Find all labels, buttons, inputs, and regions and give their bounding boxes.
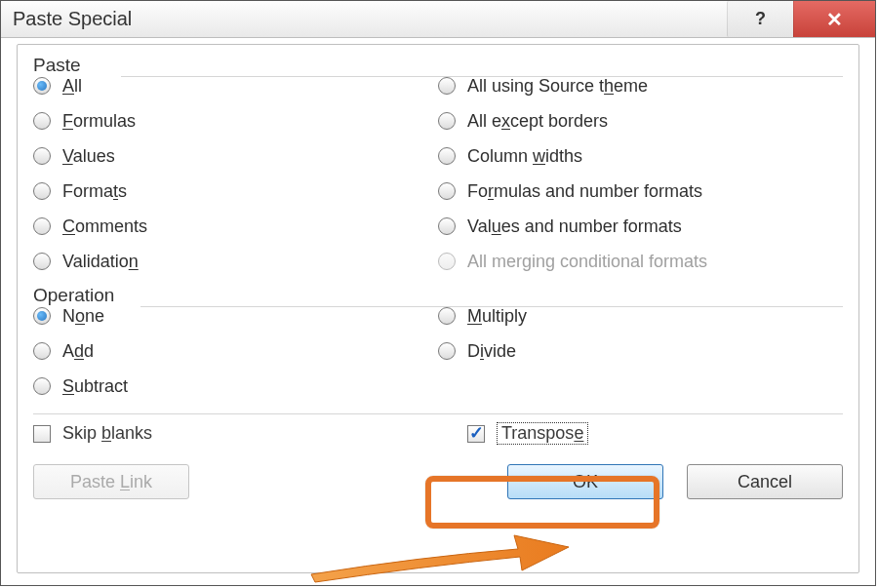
radio-dot-formulas_num_formats[interactable] [438, 182, 456, 200]
radio-label-comments[interactable]: Comments [62, 216, 147, 237]
radio-label-multiply[interactable]: Multiply [467, 306, 527, 327]
radio-dot-all_except_borders[interactable] [438, 112, 456, 130]
radio-label-add[interactable]: Add [62, 341, 94, 362]
radio-divide[interactable]: Divide [438, 333, 843, 369]
radio-dot-all_merging_cond [438, 253, 456, 270]
radio-formulas_num_formats[interactable]: Formulas and number formats [438, 174, 843, 209]
radio-label-formulas_num_formats[interactable]: Formulas and number formats [467, 181, 702, 202]
radio-dot-all_src_theme[interactable] [438, 77, 456, 95]
help-button[interactable]: ? [727, 1, 793, 37]
radio-dot-values_num_formats[interactable] [438, 217, 456, 235]
radio-validation[interactable]: Validation [33, 244, 438, 279]
radio-label-values[interactable]: Values [62, 146, 115, 167]
checkbox-transpose[interactable] [467, 425, 485, 443]
window-controls: ? ✕ [727, 1, 875, 37]
radio-dot-none[interactable] [33, 307, 51, 325]
radio-all_src_theme[interactable]: All using Source theme [438, 68, 843, 103]
radio-label-formats[interactable]: Formats [62, 181, 127, 202]
radio-all[interactable]: All [33, 68, 438, 103]
radio-values_num_formats[interactable]: Values and number formats [438, 209, 843, 244]
radio-dot-all[interactable] [33, 77, 51, 95]
dialog-window: Paste Special ? ✕ Paste AllFormulasValue… [0, 0, 876, 586]
radio-label-all_merging_cond: All merging conditional formats [467, 252, 707, 272]
radio-comments[interactable]: Comments [33, 209, 438, 244]
paste-link-button: Paste Link [33, 464, 189, 499]
radio-all_except_borders[interactable]: All except borders [438, 103, 843, 138]
radio-dot-divide[interactable] [438, 342, 456, 360]
dialog-content: Paste AllFormulasValuesFormatsCommentsVa… [17, 44, 859, 573]
radio-label-divide[interactable]: Divide [467, 341, 516, 362]
radio-label-none[interactable]: None [62, 306, 104, 327]
buttons-row: Paste Link OK Cancel [33, 464, 843, 499]
cancel-button[interactable]: Cancel [687, 464, 843, 499]
label-skip-blanks[interactable]: Skip blanks [62, 423, 152, 444]
close-button[interactable]: ✕ [793, 1, 875, 37]
radio-column_widths[interactable]: Column widths [438, 138, 843, 174]
radio-values[interactable]: Values [33, 138, 438, 174]
radio-none[interactable]: None [33, 298, 438, 333]
radio-dot-formulas[interactable] [33, 112, 51, 130]
radio-label-formulas[interactable]: Formulas [62, 111, 136, 132]
divider [33, 413, 843, 414]
radio-multiply[interactable]: Multiply [438, 298, 843, 333]
radio-dot-values[interactable] [33, 147, 51, 165]
label-transpose[interactable]: Transpose [497, 422, 588, 445]
checkbox-skip-blanks[interactable] [33, 425, 51, 443]
operation-options: NoneAddSubtract MultiplyDivide [33, 298, 843, 404]
radio-formats[interactable]: Formats [33, 174, 438, 209]
radio-dot-validation[interactable] [33, 253, 51, 270]
radio-dot-column_widths[interactable] [438, 147, 456, 165]
titlebar: Paste Special ? ✕ [1, 1, 875, 38]
paste-options: AllFormulasValuesFormatsCommentsValidati… [33, 68, 843, 279]
radio-label-subtract[interactable]: Subtract [62, 376, 128, 397]
radio-label-all_except_borders[interactable]: All except borders [467, 111, 608, 132]
radio-dot-multiply[interactable] [438, 307, 456, 325]
radio-dot-comments[interactable] [33, 217, 51, 235]
radio-formulas[interactable]: Formulas [33, 103, 438, 138]
radio-dot-formats[interactable] [33, 182, 51, 200]
ok-button[interactable]: OK [507, 464, 663, 499]
radio-all_merging_cond: All merging conditional formats [438, 244, 843, 279]
radio-label-all_src_theme[interactable]: All using Source theme [467, 76, 648, 97]
radio-label-validation[interactable]: Validation [62, 252, 139, 272]
radio-label-values_num_formats[interactable]: Values and number formats [467, 216, 682, 237]
radio-dot-add[interactable] [33, 342, 51, 360]
bottom-row: Skip blanks Transpose [33, 422, 843, 445]
radio-add[interactable]: Add [33, 333, 438, 369]
radio-label-all[interactable]: All [62, 76, 82, 97]
radio-subtract[interactable]: Subtract [33, 369, 438, 404]
radio-label-column_widths[interactable]: Column widths [467, 146, 582, 167]
dialog-title: Paste Special [1, 8, 132, 30]
radio-dot-subtract[interactable] [33, 377, 51, 395]
